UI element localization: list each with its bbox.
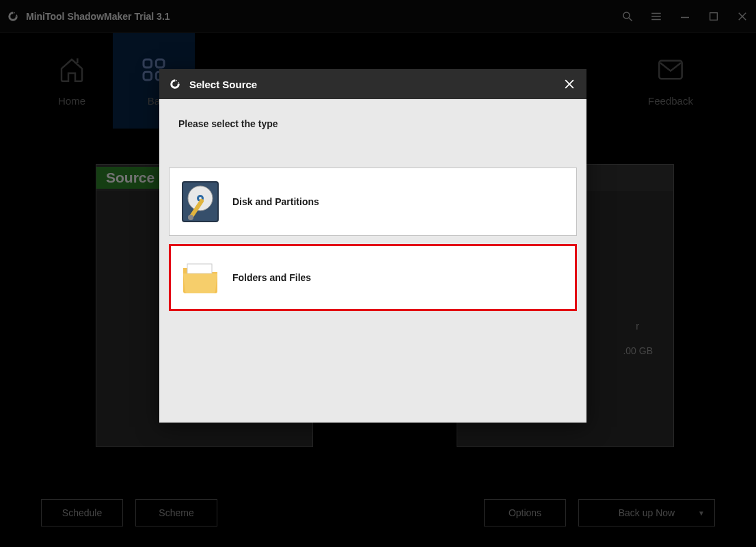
dialog-close-button[interactable] (561, 75, 578, 93)
select-source-dialog: Select Source Please select the type Dis… (159, 69, 586, 423)
svg-rect-22 (187, 264, 212, 274)
option-disk-partitions[interactable]: Disk and Partitions (169, 168, 577, 236)
harddisk-icon (180, 181, 220, 222)
option-disk-label: Disk and Partitions (232, 196, 319, 207)
dialog-title: Select Source (189, 79, 257, 90)
svg-point-21 (188, 215, 193, 220)
dialog-logo-icon (167, 77, 183, 92)
dialog-prompt: Please select the type (178, 118, 577, 129)
folder-icon (180, 257, 220, 298)
option-folders-label: Folders and Files (232, 272, 311, 283)
dialog-titlebar: Select Source (159, 69, 586, 99)
option-folders-files[interactable]: Folders and Files (169, 244, 577, 311)
